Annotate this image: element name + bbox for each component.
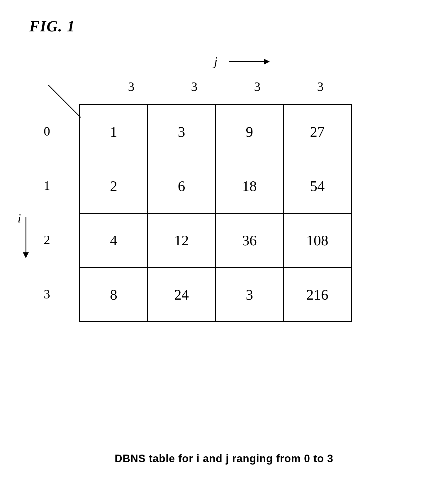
i-arrow-head <box>23 252 29 258</box>
i-axis-label: i <box>18 211 21 225</box>
cell-1-1: 6 <box>147 159 215 213</box>
main-table: 13927261854412361088243216 <box>79 104 352 322</box>
col-header-1: 3 <box>163 79 226 94</box>
cell-0-3: 27 <box>284 105 352 159</box>
column-headers: 3 3 3 3 <box>100 79 352 94</box>
cell-0-1: 3 <box>147 105 215 159</box>
row-label-2: 2 <box>35 213 59 267</box>
cell-3-3: 216 <box>284 268 352 322</box>
j-arrow-head <box>264 59 270 65</box>
row-label-0: 0 <box>35 104 59 158</box>
col-header-0: 3 <box>100 79 163 94</box>
i-arrow-line <box>26 217 26 252</box>
col-header-2: 3 <box>226 79 289 94</box>
i-axis-arrow <box>23 217 29 258</box>
cell-2-2: 36 <box>215 213 284 268</box>
row-label-3: 3 <box>35 267 59 321</box>
table-row: 8243216 <box>80 268 352 322</box>
figure-label: FIG. 1 <box>29 18 75 35</box>
cell-2-0: 4 <box>80 213 148 268</box>
j-axis-arrow <box>229 59 270 65</box>
table-row: 13927 <box>80 105 352 159</box>
page: FIG. 1 j 3 3 3 3 0 1 2 3 i 1392726185441… <box>0 0 448 503</box>
j-axis-label: j <box>214 54 218 68</box>
row-labels: 0 1 2 3 <box>35 104 59 321</box>
table-row: 41236108 <box>80 213 352 268</box>
cell-2-3: 108 <box>284 213 352 268</box>
data-grid: 13927261854412361088243216 <box>79 104 352 322</box>
cell-3-2: 3 <box>215 268 284 322</box>
col-header-3: 3 <box>289 79 352 94</box>
cell-3-1: 24 <box>147 268 215 322</box>
cell-1-2: 18 <box>215 159 284 213</box>
cell-3-0: 8 <box>80 268 148 322</box>
cell-2-1: 12 <box>147 213 215 268</box>
cell-0-0: 1 <box>80 105 148 159</box>
caption-text: DBNS table for i and j ranging from 0 to… <box>0 453 448 465</box>
cell-0-2: 9 <box>215 105 284 159</box>
j-arrow-line <box>229 61 264 62</box>
cell-1-3: 54 <box>284 159 352 213</box>
row-label-1: 1 <box>35 158 59 213</box>
table-row: 261854 <box>80 159 352 213</box>
cell-1-0: 2 <box>80 159 148 213</box>
